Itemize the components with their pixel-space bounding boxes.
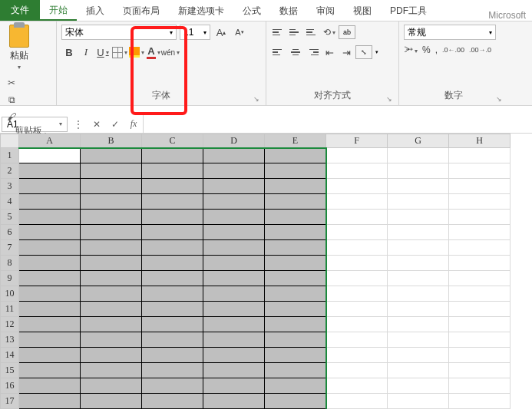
cell[interactable] [81, 286, 142, 302]
cell[interactable] [142, 302, 203, 317]
cell[interactable] [326, 332, 388, 348]
decrease-decimal-button[interactable]: .00→.0 [469, 46, 491, 54]
align-center-button[interactable] [288, 45, 303, 59]
comma-style-button[interactable]: , [435, 45, 438, 55]
cell[interactable] [265, 302, 326, 317]
tab-page-layout[interactable]: 页面布局 [114, 1, 169, 21]
row-header[interactable]: 5 [1, 210, 19, 225]
borders-button[interactable] [112, 45, 127, 60]
cell[interactable] [19, 394, 81, 409]
wrap-text-button[interactable]: ab [339, 25, 355, 39]
row-header[interactable]: 6 [1, 225, 19, 240]
cell[interactable] [203, 302, 265, 317]
cell[interactable] [265, 256, 326, 271]
percent-button[interactable]: % [422, 45, 431, 55]
cell[interactable] [449, 240, 511, 256]
format-painter-button[interactable]: 🖌 [5, 111, 18, 123]
increase-indent-button[interactable]: ⇥ [339, 45, 354, 60]
tab-file[interactable]: 文件 [0, 0, 40, 21]
cell[interactable] [203, 194, 265, 210]
column-header[interactable]: B [81, 134, 142, 148]
row-header[interactable]: 2 [1, 163, 19, 179]
cell[interactable] [203, 225, 265, 240]
cell[interactable] [81, 240, 142, 256]
fill-color-button[interactable] [129, 45, 144, 60]
orientation-button[interactable]: ⟲ [322, 25, 337, 40]
cell[interactable] [449, 378, 511, 394]
align-middle-button[interactable] [288, 25, 303, 39]
cell[interactable] [142, 210, 203, 225]
align-left-button[interactable] [271, 45, 286, 59]
cell[interactable] [19, 302, 81, 317]
cell[interactable] [81, 194, 142, 210]
cell[interactable] [19, 163, 81, 179]
tab-view[interactable]: 视图 [344, 1, 381, 21]
cell[interactable] [265, 348, 326, 363]
cell[interactable] [203, 378, 265, 394]
enter-formula-button[interactable]: ✓ [106, 119, 124, 130]
cell[interactable] [142, 378, 203, 394]
column-header[interactable]: E [265, 134, 326, 148]
cell[interactable] [81, 394, 142, 409]
row-header[interactable]: 13 [1, 332, 19, 348]
cell[interactable] [81, 179, 142, 194]
cell[interactable] [203, 394, 265, 409]
cell[interactable] [326, 240, 388, 256]
cell[interactable] [265, 148, 326, 163]
cell[interactable] [142, 148, 203, 163]
row-header[interactable]: 10 [1, 286, 19, 302]
copy-button[interactable]: ⧉ [5, 94, 18, 106]
cell[interactable] [388, 363, 449, 378]
cell[interactable] [265, 286, 326, 302]
align-top-button[interactable] [271, 25, 286, 39]
cell[interactable] [81, 302, 142, 317]
cell[interactable] [19, 317, 81, 332]
select-all-corner[interactable] [1, 134, 19, 148]
cancel-formula-button[interactable]: ✕ [88, 119, 106, 130]
cell[interactable] [19, 256, 81, 271]
cell[interactable] [265, 317, 326, 332]
formula-input[interactable] [143, 115, 532, 133]
font-name-combo[interactable]: 宋体▾ [61, 25, 177, 40]
cell[interactable] [388, 179, 449, 194]
cell[interactable] [19, 194, 81, 210]
cell[interactable] [388, 210, 449, 225]
cell[interactable] [388, 394, 449, 409]
decrease-indent-button[interactable]: ⇤ [322, 45, 337, 60]
cell[interactable] [203, 286, 265, 302]
cell[interactable] [326, 302, 388, 317]
cell[interactable] [388, 317, 449, 332]
italic-button[interactable]: I [78, 45, 94, 60]
cell[interactable] [388, 302, 449, 317]
row-header[interactable]: 7 [1, 240, 19, 256]
cell[interactable] [265, 194, 326, 210]
cell[interactable] [388, 225, 449, 240]
cell[interactable] [388, 194, 449, 210]
row-header[interactable]: 17 [1, 394, 19, 409]
cell[interactable] [449, 148, 511, 163]
cell[interactable] [265, 179, 326, 194]
row-header[interactable]: 1 [1, 148, 19, 163]
row-header[interactable]: 3 [1, 179, 19, 194]
cell[interactable] [388, 378, 449, 394]
cell[interactable] [142, 271, 203, 286]
insert-function-button[interactable]: fx [124, 118, 143, 130]
cell[interactable] [203, 163, 265, 179]
cell[interactable] [19, 363, 81, 378]
cell[interactable] [449, 332, 511, 348]
cell[interactable] [449, 348, 511, 363]
cell[interactable] [19, 271, 81, 286]
tab-data[interactable]: 数据 [270, 1, 307, 21]
cell[interactable] [19, 210, 81, 225]
cell[interactable] [142, 163, 203, 179]
row-header[interactable]: 14 [1, 348, 19, 363]
row-header[interactable]: 11 [1, 302, 19, 317]
cell[interactable] [203, 240, 265, 256]
cell[interactable] [326, 163, 388, 179]
cell[interactable] [19, 179, 81, 194]
cell[interactable] [81, 256, 142, 271]
column-header[interactable]: C [142, 134, 203, 148]
cell[interactable] [81, 163, 142, 179]
number-format-combo[interactable]: 常规▾ [404, 25, 496, 40]
align-right-button[interactable] [305, 45, 320, 59]
